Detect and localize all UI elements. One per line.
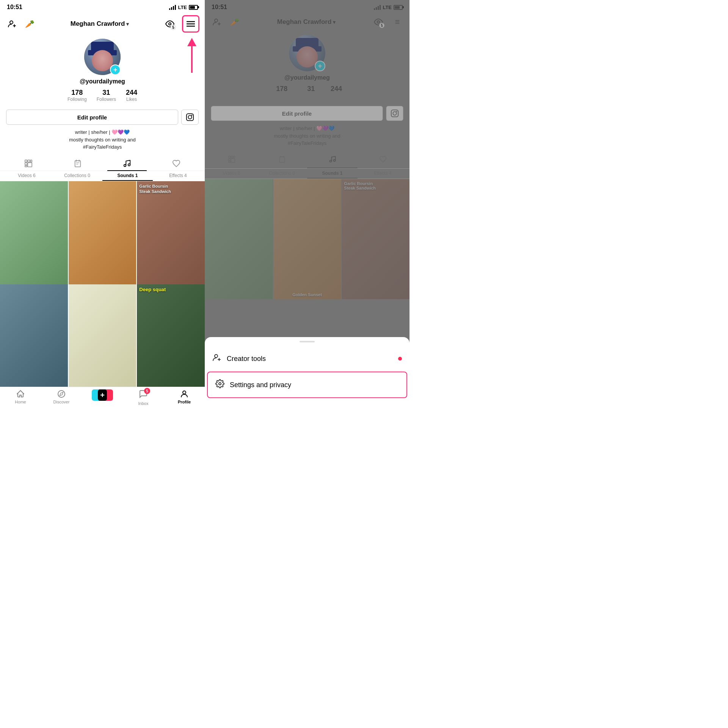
svg-point-7 — [191, 115, 193, 116]
nav-discover[interactable]: Discover — [41, 389, 82, 406]
creator-badge-left: 5 — [171, 25, 176, 30]
tab-label-effects[interactable]: Effects 4 — [153, 171, 203, 181]
status-bar-left: 10:51 LTE — [0, 0, 205, 13]
bottom-nav-left: Home Discover + 5 Inbox Profile — [0, 387, 205, 410]
nav-right-icons: 5 — [163, 15, 199, 33]
tab-labels-left: Videos 6 Collections 0 Sounds 1 Effects … — [0, 171, 205, 181]
arrow-head — [187, 38, 196, 46]
menu-handle — [300, 341, 315, 342]
right-panel: 10:51 LTE — [205, 0, 410, 410]
svg-rect-12 — [28, 163, 32, 167]
nav-inbox[interactable]: 5 Inbox — [123, 389, 164, 406]
nav-add-post[interactable]: + — [82, 389, 123, 406]
top-nav-left: 🥕 Meghan Crawford ▾ 5 — [0, 13, 205, 35]
video-grid-left: ▶ 189.1K Golden Sunset ▶ 609.2K Garlic B… — [0, 181, 205, 387]
stat-following[interactable]: 178 Following — [67, 89, 87, 102]
avatar-wrap-left: + — [84, 39, 121, 75]
add-friend-button[interactable] — [5, 17, 19, 31]
tab-sounds-icon[interactable] — [102, 156, 152, 171]
stat-followers[interactable]: 31 Followers — [97, 89, 116, 102]
add-post-plus: + — [98, 389, 107, 401]
svg-point-17 — [58, 391, 65, 397]
settings-icon — [215, 379, 224, 391]
stat-likes[interactable]: 244 Likes — [126, 89, 137, 102]
inbox-icon-wrap: 5 — [139, 389, 148, 400]
tab-label-collections[interactable]: Collections 0 — [52, 171, 102, 181]
menu-item-settings[interactable]: Settings and privacy — [207, 372, 407, 398]
edit-profile-button[interactable]: Edit profile — [6, 110, 178, 125]
svg-rect-11 — [25, 163, 27, 165]
svg-point-6 — [188, 115, 191, 119]
nav-home-label: Home — [15, 400, 26, 404]
video-thumb-4[interactable]: Mango ice candy — [0, 284, 68, 387]
svg-rect-8 — [25, 160, 27, 162]
bio-left: writer | she/her | 🩷💜💙mostly thoughts on… — [0, 129, 205, 151]
svg-point-34 — [219, 383, 221, 385]
signal-bars-left — [169, 5, 176, 10]
svg-rect-13 — [25, 165, 27, 167]
tab-collections-icon[interactable] — [53, 156, 102, 171]
svg-point-0 — [10, 21, 13, 24]
svg-rect-14 — [75, 160, 81, 166]
hamburger-button-left[interactable] — [182, 15, 199, 33]
tab-label-sounds[interactable]: Sounds 1 — [102, 171, 153, 181]
tab-effects-icon[interactable] — [152, 156, 201, 171]
tab-videos-icon[interactable] — [4, 156, 53, 171]
left-panel: 10:51 LTE 🥕 Meghan Crawford ▾ — [0, 0, 205, 410]
svg-point-1 — [169, 23, 171, 25]
creator-eye-button[interactable]: 5 — [163, 17, 177, 31]
video-title-3: Garlic BoursinSteak Sandwich — [139, 184, 202, 195]
video-thumb-6[interactable]: Deep squat Deep squat — [137, 284, 205, 387]
creator-tools-icon — [212, 353, 221, 364]
stat-following-num: 178 — [71, 89, 83, 97]
svg-point-33 — [215, 355, 218, 358]
video-thumb-1[interactable]: ▶ 189.1K — [0, 181, 68, 302]
video-thumb-3[interactable]: Garlic BoursinSteak Sandwich ▶ 6.0M The … — [137, 181, 205, 302]
video-thumb-2[interactable]: Golden Sunset ▶ 609.2K — [69, 181, 136, 302]
instagram-button-left[interactable] — [181, 110, 199, 125]
menu-item-creator-tools[interactable]: Creator tools — [205, 346, 410, 371]
username-nav-left[interactable]: Meghan Crawford ▾ — [71, 20, 129, 28]
stat-likes-label: Likes — [126, 97, 137, 102]
time-left: 10:51 — [7, 4, 22, 11]
nav-left-icons: 🥕 — [5, 17, 36, 31]
svg-rect-9 — [28, 160, 30, 162]
stat-followers-num: 31 — [102, 89, 110, 97]
stat-following-label: Following — [67, 97, 87, 102]
menu-panel: Creator tools Settings and privacy — [205, 337, 410, 410]
svg-rect-5 — [187, 114, 193, 121]
creator-tools-dot — [398, 357, 402, 361]
status-right-left: LTE — [169, 5, 198, 10]
profile-username-left: @yourdailymeg — [80, 78, 125, 85]
svg-point-18 — [183, 391, 186, 394]
stat-likes-num: 244 — [126, 89, 137, 97]
nav-profile-label: Profile — [178, 400, 191, 404]
nav-home[interactable]: Home — [0, 389, 41, 406]
svg-point-16 — [128, 163, 130, 166]
carrot-icon[interactable]: 🥕 — [23, 17, 36, 31]
inbox-badge-count: 5 — [144, 388, 150, 394]
add-post-button[interactable]: + — [94, 389, 111, 401]
tabs-icons-left — [0, 156, 205, 171]
stat-followers-label: Followers — [97, 97, 116, 102]
profile-section-left: + @yourdailymeg 178 Following 31 Followe… — [0, 35, 205, 110]
battery-left — [189, 5, 198, 10]
nav-profile[interactable]: Profile — [164, 389, 205, 406]
nav-discover-label: Discover — [53, 400, 70, 404]
settings-label: Settings and privacy — [230, 381, 291, 389]
nav-inbox-label: Inbox — [138, 401, 149, 406]
creator-tools-label: Creator tools — [227, 355, 266, 363]
profile-buttons-left: Edit profile — [0, 110, 205, 125]
svg-point-15 — [124, 164, 126, 166]
arrow-annotation — [187, 38, 196, 73]
tab-label-videos[interactable]: Videos 6 — [2, 171, 52, 181]
video-title-6: Deep squat — [139, 287, 202, 293]
arrow-shaft — [191, 46, 193, 73]
chevron-icon-left: ▾ — [126, 21, 129, 27]
lte-left: LTE — [178, 5, 187, 10]
video-thumb-5[interactable] — [69, 284, 136, 387]
stats-row-left: 178 Following 31 Followers 244 Likes — [67, 89, 137, 102]
svg-rect-10 — [31, 160, 32, 162]
avatar-add-button[interactable]: + — [110, 64, 121, 75]
